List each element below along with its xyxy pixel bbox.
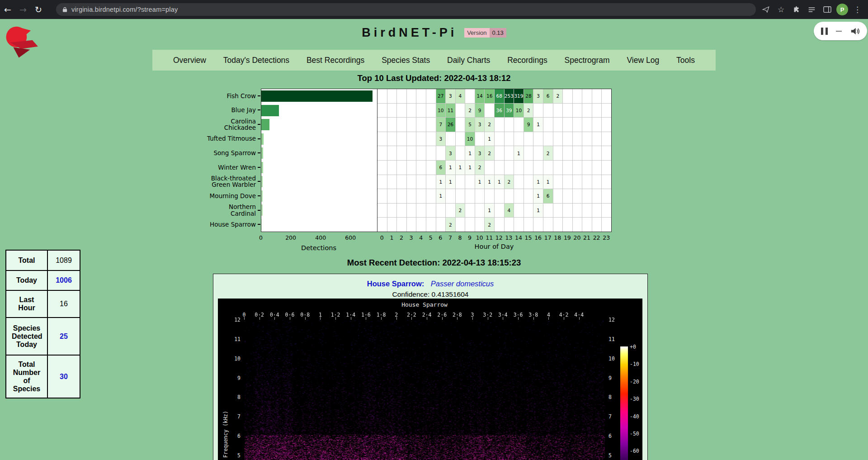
spectrogram-ytick-left: 10 [222,356,241,362]
spectrogram-ytick-left: 5 [222,452,241,459]
browser-reload-button[interactable]: ↻ [31,2,46,17]
heatmap-cell [456,218,465,232]
heatmap-cell [573,146,582,160]
heatmap-cell [592,146,602,160]
heatmap-cell [495,189,504,203]
row-label-black-throated-green-warbler: Black-throatedGreen Warbler [131,175,256,189]
hour-xtick: 9 [465,234,475,241]
heatmap-cell [592,218,602,232]
detection-common-name-link[interactable]: House Sparrow: [367,280,425,288]
site-title: BirdNET-Pi [362,26,457,40]
heatmap-cell [426,218,436,232]
spectrogram-xtick-mark [320,317,321,320]
pause-icon[interactable] [821,28,828,35]
bar-northern-cardinal [261,204,263,216]
nav-item-recordings[interactable]: Recordings [507,56,547,65]
heatmap-cell [505,218,514,232]
heatmap-cell [387,146,397,160]
heatmap-cell [582,118,592,132]
heatmap-cell [387,204,397,218]
heatmap-cell: 5 [465,118,475,132]
nav-item-daily-charts[interactable]: Daily Charts [447,56,490,65]
ytick-mark [258,95,260,96]
heatmap-cell [426,89,436,103]
heatmap-cell [436,218,446,232]
heatmap-cell [436,146,446,160]
address-bar[interactable]: virginia.birdnetpi.com/?stream=play [56,3,756,16]
heatmap-cell [524,189,533,203]
hour-xtick: 2 [396,234,406,241]
stat-value-total-number-of-species[interactable]: 30 [47,355,80,398]
nav-item-species-stats[interactable]: Species Stats [382,56,430,65]
hour-xtick: 3 [406,234,416,241]
heatmap-cell [495,161,504,175]
row-label-mourning-dove: Mourning Dove [131,189,256,203]
browser-forward-button[interactable]: → [15,2,31,17]
row-label-blue-jay: Blue Jay [131,103,256,118]
spectrogram-ytick-left: 7 [222,413,241,420]
extensions-puzzle-icon[interactable] [790,4,802,16]
spectrogram-ytick-right: 5 [609,452,627,459]
hour-xtick: 23 [601,234,611,241]
heatmap-cell [563,118,572,132]
heatmap-cell [416,204,426,218]
heatmap-cell [407,146,416,160]
heatmap-cell: 1 [514,146,524,160]
profile-avatar[interactable]: P [836,4,848,15]
heatmap-cell [602,146,611,160]
heatmap-cell [397,118,406,132]
nav-item-view-log[interactable]: View Log [627,56,660,65]
browser-menu-icon[interactable]: ⋮ [851,4,863,16]
nav-item-overview[interactable]: Overview [173,56,206,65]
stats-row-species-detected-today: Species Detected Today25 [6,318,80,355]
heatmap-cell [553,146,563,160]
hour-xtick: 13 [504,234,514,241]
nav-item-spectrogram[interactable]: Spectrogram [565,56,610,65]
heatmap-cell [426,132,436,146]
heatmap-cell: 2 [553,89,563,103]
heatmap-cell: 253 [505,89,514,103]
nav-item-tools[interactable]: Tools [676,56,695,65]
detection-scientific-name-link[interactable]: Passer domesticus [431,280,494,288]
spectrogram-xtick-mark [305,317,306,320]
heatmap-cell [407,175,416,189]
heatmap-cell: 2 [475,161,485,175]
ytick-mark [258,167,260,168]
volume-icon[interactable] [850,27,860,36]
heatmap-cell [426,118,436,132]
spectrogram-ytick-right: 8 [609,394,627,400]
heatmap-cell [407,132,416,146]
nav-item-best-recordings[interactable]: Best Recordings [307,56,364,65]
share-icon[interactable] [760,4,772,16]
version-badge: Version 0.13 [464,28,506,38]
spectrogram-ytick-right: 6 [609,433,627,439]
url-text: virginia.birdnetpi.com/?stream=play [71,6,178,13]
heatmap-cell: 4 [505,204,514,218]
hour-xtick: 8 [455,234,465,241]
ytick-mark [258,181,260,182]
heatmap-cell [553,132,563,146]
heatmap-cell [592,132,602,146]
audio-player[interactable] [814,22,867,40]
heatmap-cell [573,189,582,203]
hour-xtick: 0 [377,234,387,241]
reading-list-icon[interactable] [806,4,818,16]
side-panel-icon[interactable] [821,4,833,16]
heatmap-cell [387,218,397,232]
heatmap-cell [582,189,592,203]
stat-label-last-hour: Last Hour [6,290,47,318]
nav-item-today-s-detections[interactable]: Today's Detections [223,56,289,65]
spectrogram-ytick-right: 10 [609,356,627,362]
heatmap-cell [553,189,563,203]
browser-back-button[interactable]: ← [0,2,15,17]
hour-xtick: 7 [445,234,455,241]
hour-xtick: 20 [572,234,582,241]
stat-value-today[interactable]: 1006 [47,270,80,290]
stat-value-species-detected-today[interactable]: 25 [47,318,80,355]
heatmap-cell: 1 [436,189,446,203]
stat-value-last-hour: 16 [47,290,80,318]
heatmap-cell [377,104,387,118]
row-label-tufted-titmouse: Tufted Titmouse [131,132,256,146]
bookmark-star-icon[interactable]: ☆ [775,4,787,16]
heatmap-cell [573,218,582,232]
